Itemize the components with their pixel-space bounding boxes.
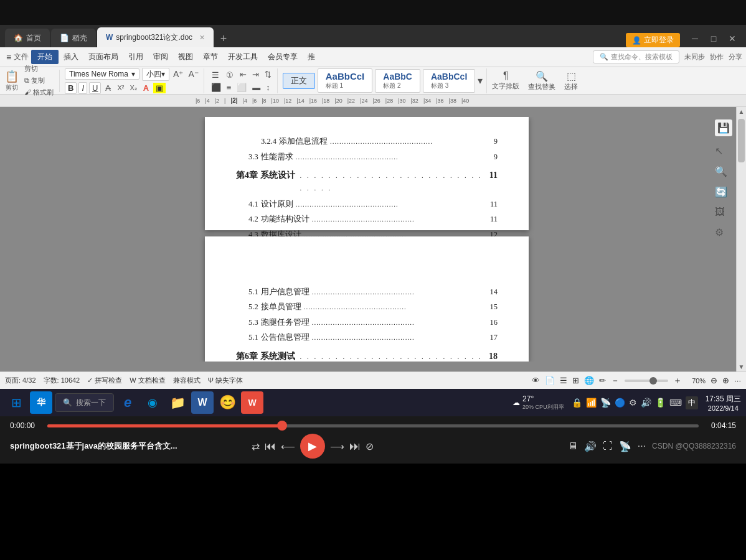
tray-icon-vpn[interactable]: 🔒 (572, 398, 582, 408)
scroll-down-arrow[interactable]: ▼ (737, 362, 746, 371)
progress-thumb[interactable] (277, 421, 287, 431)
image-icon[interactable]: 🖼 (715, 207, 732, 218)
style-h2[interactable]: AaBbC 标题 2 (375, 69, 420, 93)
menu-item-insert[interactable]: 插入 (59, 50, 83, 64)
align-left-button[interactable]: ⬛ (209, 82, 223, 93)
star-icon[interactable]: ⚙ (715, 226, 732, 238)
ribbon-search[interactable]: 🔍 查找命令、搜索模板 (593, 50, 679, 63)
sort-button[interactable]: ⇅ (263, 69, 273, 81)
tab-doc[interactable]: W springboot321论文.doc ✕ (97, 27, 214, 47)
tray-icon-vol[interactable]: 🔊 (641, 398, 651, 408)
taskbar-app-huawei-browser[interactable]: 华 (30, 391, 52, 414)
menu-item-member[interactable]: 会员专享 (263, 50, 303, 64)
video-progress-bar[interactable] (47, 424, 699, 427)
tray-icon-bluetooth[interactable]: 🔵 (615, 398, 625, 408)
tray-icon-keyboard[interactable]: ⌨ (669, 398, 682, 408)
menu-item-devtools[interactable]: 开发工具 (223, 50, 263, 64)
login-button[interactable]: 👤 立即登录 (626, 33, 680, 47)
play-pause-button[interactable]: ▶ (300, 434, 325, 459)
zoom-slider-thumb[interactable] (649, 377, 657, 385)
indent-decrease-button[interactable]: ⇤ (238, 69, 248, 81)
align-right-button[interactable]: ⬜ (235, 82, 248, 93)
tray-icon-battery[interactable]: 🔋 (655, 398, 666, 408)
numbering-button[interactable]: ① (224, 69, 236, 81)
zoom-out-doc-icon[interactable]: ⊖ (711, 376, 717, 385)
align-center-button[interactable]: ≡ (225, 82, 234, 93)
tray-icon-settings[interactable]: ⚙ (629, 398, 637, 408)
system-clock[interactable]: 17:35 周三 2022/9/14 (706, 394, 741, 412)
format-brush-button[interactable]: 🖌 格式刷 (22, 87, 55, 98)
doc-tab-close[interactable]: ✕ (199, 34, 205, 42)
font-size-selector[interactable]: 小四 ▾ (142, 68, 169, 81)
tab-home[interactable]: 🏠 首页 (5, 29, 50, 47)
taskbar-app-ie[interactable]: e (116, 391, 139, 414)
window-maximize[interactable]: □ (705, 30, 722, 47)
style-normal[interactable]: 正文 (283, 73, 315, 89)
style-more-icon[interactable]: ▾ (478, 75, 483, 86)
view-web-icon[interactable]: 🌐 (584, 376, 594, 385)
rewind-button[interactable]: ⟵ (281, 441, 295, 452)
share-btn[interactable]: 分享 (729, 52, 742, 62)
zoom-in-doc-icon[interactable]: ⊕ (722, 376, 729, 385)
select-button[interactable]: ⬚ 选择 (560, 70, 582, 91)
underline-button[interactable]: U (89, 82, 101, 94)
weather-widget[interactable]: ☁ 27° 20% CPU利用率 (512, 394, 564, 411)
zoom-slider[interactable] (625, 380, 668, 382)
add-tab-button[interactable]: + (215, 30, 232, 47)
annotate-icon[interactable]: ✏ (599, 376, 606, 385)
italic-button[interactable]: I (78, 82, 87, 94)
view-col-icon[interactable]: ⊞ (572, 376, 579, 385)
subscript-button[interactable]: X₂ (128, 83, 138, 93)
spell-check-btn[interactable]: ✓ 拼写检查 (87, 376, 122, 385)
taskbar-app-smiley[interactable]: 😊 (216, 391, 238, 414)
taskbar-app-folder[interactable]: 📁 (166, 391, 189, 414)
style-h1[interactable]: AaBbCcI 标题 1 (318, 68, 373, 93)
tray-icon-lang[interactable]: 中 (686, 396, 698, 409)
more-button[interactable]: ··· (638, 441, 646, 452)
pointer-icon[interactable]: ↖ (715, 145, 732, 157)
menu-item-file[interactable]: ≡ 文件 (4, 50, 31, 63)
strikethrough-button[interactable]: A̶ (103, 83, 113, 93)
window-minimize[interactable]: ─ (686, 30, 704, 47)
volume-button[interactable]: 🔊 (584, 441, 597, 452)
menu-item-review[interactable]: 审阅 (148, 50, 173, 64)
window-close[interactable]: ✕ (724, 30, 741, 47)
font-name-selector[interactable]: Times New Roma ▾ (65, 68, 139, 80)
menu-item-chapter[interactable]: 章节 (198, 50, 223, 64)
copy-button[interactable]: ⧉ 复制 (22, 75, 55, 86)
taskbar-search-box[interactable]: 🔍 搜索一下 (55, 393, 114, 412)
superscript-button[interactable]: X² (115, 83, 126, 92)
font-grow-button[interactable]: A⁺ (172, 69, 184, 79)
highlight-button[interactable]: ▣ (153, 83, 166, 93)
find-replace-button[interactable]: 🔍 查找替换 (524, 70, 559, 91)
tray-icon-net[interactable]: 📶 (586, 398, 597, 408)
paste-button[interactable]: 📋 剪切 (2, 68, 21, 93)
shuffle-button[interactable]: ⇄ (252, 441, 260, 452)
line-spacing-button[interactable]: ↕ (264, 82, 272, 93)
taskbar-app-word[interactable]: W (191, 391, 214, 414)
airplay-button[interactable]: 📡 (619, 441, 631, 452)
forward-button[interactable]: ⟶ (330, 441, 344, 452)
unsync-btn[interactable]: 未同步 (684, 52, 705, 62)
style-h3[interactable]: AaBbCcI 标题 3 (423, 69, 475, 93)
save-icon[interactable]: 💾 (715, 119, 732, 136)
font-shrink-button[interactable]: A⁻ (187, 69, 199, 79)
view-icon[interactable]: 👁 (532, 376, 540, 385)
menu-item-layout[interactable]: 页面布局 (83, 50, 123, 64)
indent-increase-button[interactable]: ⇥ (250, 69, 261, 81)
taskbar-app-red[interactable]: W (241, 391, 263, 414)
taskbar-app-edge[interactable]: ◉ (141, 391, 164, 414)
prev-button[interactable]: ⏮ (265, 440, 276, 453)
justify-button[interactable]: ▬ (250, 82, 262, 93)
doc-check-btn[interactable]: W 文档检查 (130, 376, 165, 385)
menu-item-references[interactable]: 引用 (123, 50, 148, 64)
scrollbar-thumb[interactable] (738, 119, 745, 162)
bold-button[interactable]: B (65, 82, 77, 94)
menu-item-home[interactable]: 开始 (31, 50, 59, 64)
text-layout-button[interactable]: ¶ 文字排版 (488, 70, 523, 91)
no-subtitle-button[interactable]: ⊘ (366, 441, 374, 452)
start-button[interactable]: ⊞ (5, 391, 27, 414)
zoom-in-side-icon[interactable]: 🔍 (715, 166, 732, 177)
tab-daoke[interactable]: 📄 稻壳 (51, 29, 96, 47)
tray-icon-wifi[interactable]: 📡 (600, 398, 611, 408)
